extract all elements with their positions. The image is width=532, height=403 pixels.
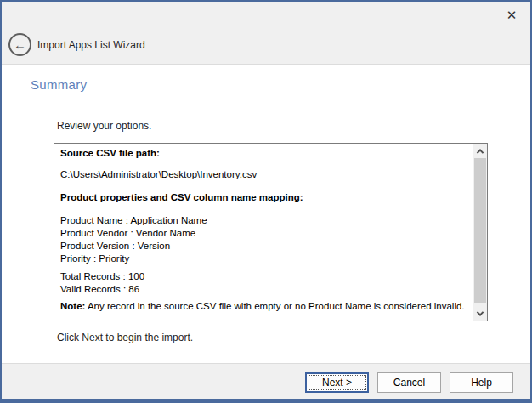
scroll-up-button[interactable]: [473, 144, 487, 158]
total-records: Total Records : 100: [60, 270, 471, 283]
chevron-down-icon: [477, 309, 484, 315]
instruction-text: Review your options.: [57, 120, 151, 132]
source-path-heading: Source CSV file path:: [60, 147, 471, 160]
click-next-instruction: Click Next to begin the import.: [57, 332, 193, 343]
mapping-line: Product Name : Application Name: [60, 214, 471, 227]
footer-bar: Next > Cancel Help: [2, 363, 530, 399]
note-text: Any record in the source CSV file with e…: [85, 301, 464, 311]
summary-text: Source CSV file path: C:\Users\Administr…: [54, 144, 473, 321]
back-button[interactable]: ←: [8, 33, 31, 56]
scroll-down-button[interactable]: [473, 306, 487, 321]
back-arrow-icon: ←: [14, 37, 26, 52]
vertical-scrollbar[interactable]: [473, 144, 487, 321]
note-label: Note:: [60, 301, 85, 311]
wizard-window: ✕ ← Import Apps List Wizard Summary Revi…: [0, 0, 532, 403]
source-path-value: C:\Users\Administrator\Desktop\Inventory…: [60, 168, 471, 181]
scrollbar-thumb[interactable]: [474, 158, 486, 303]
summary-box: Source CSV file path: C:\Users\Administr…: [54, 143, 488, 321]
next-button[interactable]: Next >: [305, 372, 369, 393]
page-title: Summary: [31, 77, 87, 92]
valid-records: Valid Records : 86: [60, 283, 471, 296]
help-button[interactable]: Help: [450, 372, 513, 393]
wizard-title: Import Apps List Wizard: [37, 39, 145, 51]
mapping-line: Priority : Priority: [60, 253, 471, 265]
note-line: Note: Any record in the source CSV file …: [60, 300, 471, 313]
mapping-line: Product Version : Version: [60, 240, 471, 253]
mapping-line: Product Vendor : Vendor Name: [60, 227, 471, 240]
cancel-button[interactable]: Cancel: [377, 372, 441, 393]
close-icon[interactable]: ✕: [502, 6, 521, 25]
mapping-heading: Product properties and CSV column name m…: [60, 191, 471, 204]
chevron-up-icon: [477, 149, 484, 156]
wizard-header: ✕ ← Import Apps List Wizard: [2, 2, 530, 65]
